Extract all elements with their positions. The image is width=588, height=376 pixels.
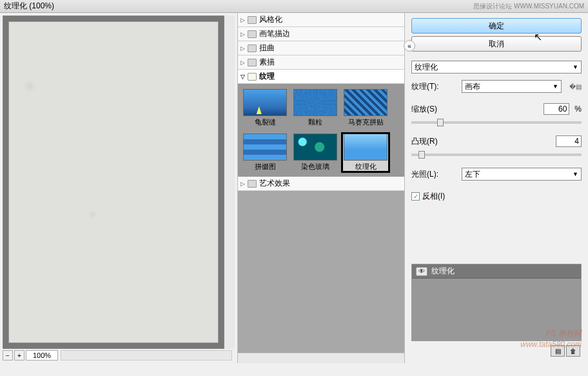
category-row[interactable]: ▷画笔描边 (238, 27, 404, 41)
category-label: 艺术效果 (259, 178, 290, 189)
collapse-panel-button[interactable]: « (404, 40, 415, 52)
filter-gallery: ▷风格化▷画笔描边▷扭曲▷素描▽纹理龟裂缝颗粒马赛克拼贴拼缀图染色玻璃纹理化▷艺… (237, 13, 405, 363)
controls-panel: « 确定 ↖ 取消 纹理化▼ 纹理(T): 画布▼ �▤ 缩放(S) % 凸现(… (405, 13, 588, 363)
texture-label: 纹理(T): (411, 81, 456, 92)
delete-effect-button[interactable]: 🗑 (566, 345, 580, 357)
disclosure-triangle-icon: ▷ (240, 45, 245, 52)
light-select[interactable]: 左下▼ (462, 168, 582, 181)
titlebar-branding: 思缘设计论坛 WWW.MISSYUAN.COM (473, 2, 584, 11)
thumbnail-image (243, 134, 287, 161)
gallery-scrollbar[interactable] (238, 353, 404, 363)
visibility-eye-icon[interactable]: 👁 (416, 267, 427, 276)
category-row[interactable]: ▷风格化 (238, 13, 404, 27)
preview-image (8, 21, 219, 343)
filter-thumbnail[interactable]: 颗粒 (292, 89, 338, 127)
folder-icon (248, 45, 257, 52)
effect-layer-row[interactable]: 👁 纹理化 (412, 264, 581, 279)
cancel-button[interactable]: 取消 (411, 36, 582, 52)
effect-layers-panel: 👁 纹理化 (411, 264, 582, 341)
category-row[interactable]: ▷素描 (238, 55, 404, 70)
folder-icon (248, 30, 257, 38)
category-row[interactable]: ▷扭曲 (238, 41, 404, 55)
thumbnail-label: 拼缀图 (255, 162, 276, 172)
disclosure-triangle-icon: ▷ (240, 59, 245, 66)
scale-label: 缩放(S) (411, 104, 456, 115)
folder-icon (248, 180, 257, 188)
horizontal-scrollbar[interactable] (61, 350, 232, 361)
category-row[interactable]: ▷艺术效果 (238, 177, 404, 191)
category-label: 画笔描边 (259, 28, 290, 39)
thumbnail-image (243, 89, 287, 116)
texture-menu-icon[interactable]: �▤ (569, 83, 582, 90)
thumbnail-image (293, 134, 337, 161)
titlebar: 纹理化 (100%) 思缘设计论坛 WWW.MISSYUAN.COM (0, 0, 588, 13)
folder-icon (248, 59, 257, 66)
thumbnail-image (293, 89, 337, 116)
effect-layer-label: 纹理化 (431, 266, 455, 277)
disclosure-triangle-icon: ▷ (240, 17, 245, 23)
ok-button[interactable]: 确定 (411, 18, 582, 34)
disclosure-triangle-icon: ▷ (240, 31, 245, 37)
filter-thumbnail[interactable]: 拼缀图 (242, 134, 288, 172)
zoom-input[interactable] (26, 350, 58, 361)
relief-label: 凸现(R) (411, 136, 456, 147)
thumbnail-label: 纹理化 (355, 162, 377, 172)
disclosure-triangle-icon: ▽ (240, 74, 245, 80)
folder-icon (248, 16, 257, 24)
zoom-in-button[interactable]: + (14, 350, 24, 361)
thumbnail-label: 染色玻璃 (301, 162, 329, 172)
filter-thumbnail[interactable]: 龟裂缝 (242, 89, 288, 127)
zoom-out-button[interactable]: − (3, 350, 13, 361)
filter-select[interactable]: 纹理化▼ (411, 61, 582, 74)
filter-thumbnail[interactable]: 纹理化 (342, 134, 389, 172)
vertical-scrollbar[interactable] (224, 15, 235, 349)
thumbnail-label: 龟裂缝 (255, 117, 276, 127)
scale-unit: % (574, 104, 582, 114)
thumbnail-label: 马赛克拼贴 (348, 117, 384, 127)
filter-thumbnail[interactable]: 马赛克拼贴 (342, 89, 389, 127)
filter-thumbnail[interactable]: 染色玻璃 (292, 134, 338, 172)
thumbnail-image (344, 134, 387, 161)
category-label: 扭曲 (259, 43, 275, 54)
light-label: 光照(L): (411, 169, 456, 180)
category-label: 纹理 (259, 71, 275, 82)
scale-input[interactable] (544, 103, 569, 115)
disclosure-triangle-icon: ▷ (240, 181, 245, 187)
category-label: 素描 (259, 57, 275, 68)
relief-slider[interactable] (411, 153, 582, 156)
window-title: 纹理化 (100%) (4, 1, 54, 12)
category-row[interactable]: ▽纹理 (238, 70, 404, 84)
preview-panel: − + (0, 13, 237, 363)
preview-viewport[interactable] (3, 15, 224, 349)
scale-slider[interactable] (411, 121, 582, 124)
folder-icon (248, 73, 257, 81)
invert-checkbox[interactable]: ✓ 反相(I) (411, 191, 582, 202)
thumbnail-image (344, 89, 387, 116)
new-effect-button[interactable]: ▤ (551, 345, 565, 357)
thumbnails-grid: 龟裂缝颗粒马赛克拼贴拼缀图染色玻璃纹理化 (238, 84, 404, 177)
thumbnail-label: 颗粒 (308, 117, 322, 127)
category-label: 风格化 (259, 14, 282, 25)
texture-select[interactable]: 画布▼ (462, 80, 562, 93)
relief-input[interactable] (556, 135, 582, 147)
